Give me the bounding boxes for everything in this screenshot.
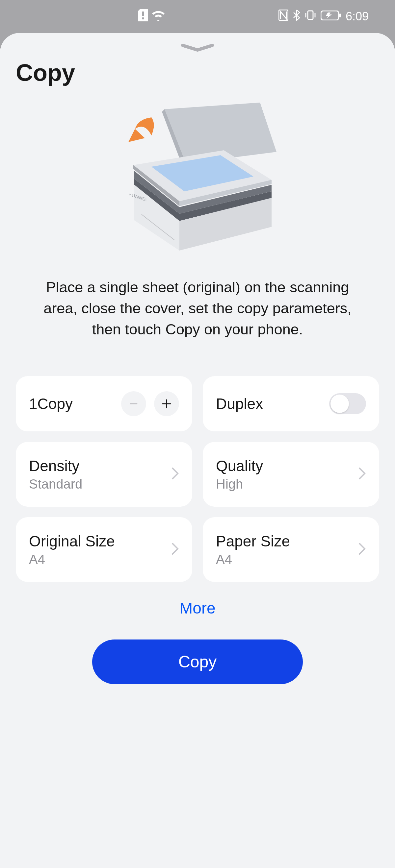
copies-stepper xyxy=(121,391,179,416)
bottom-sheet: Copy HUAWEI Place a single xyxy=(0,33,395,868)
original-size-value: A4 xyxy=(29,552,115,567)
toggle-knob xyxy=(331,395,349,413)
status-bar: 6:09 xyxy=(0,0,395,33)
svg-rect-1 xyxy=(142,18,144,20)
chevron-right-icon xyxy=(358,542,366,557)
nao-icon xyxy=(279,9,288,23)
original-size-label: Original Size xyxy=(29,532,115,550)
settings-grid: 1Copy Duplex Density Standard xyxy=(16,376,379,582)
paper-size-label: Paper Size xyxy=(216,532,290,550)
chevron-right-icon xyxy=(171,542,179,557)
page-title: Copy xyxy=(16,59,379,86)
status-left-icons xyxy=(138,9,165,24)
status-right-icons: 6:09 xyxy=(279,9,369,24)
copies-card: 1Copy xyxy=(16,376,192,431)
sim-alert-icon xyxy=(138,9,148,24)
quality-card[interactable]: Quality High xyxy=(203,442,379,507)
density-label: Density xyxy=(29,457,82,475)
bluetooth-icon xyxy=(293,9,300,24)
duplex-card: Duplex xyxy=(203,376,379,431)
status-time: 6:09 xyxy=(346,9,369,23)
paper-size-value: A4 xyxy=(216,552,290,567)
svg-rect-7 xyxy=(339,13,341,18)
copies-label: 1Copy xyxy=(29,395,73,413)
svg-rect-3 xyxy=(308,11,313,20)
paper-size-card[interactable]: Paper Size A4 xyxy=(203,517,379,582)
chevron-right-icon xyxy=(358,467,366,482)
vibrate-icon xyxy=(305,9,316,23)
chevron-right-icon xyxy=(171,467,179,482)
svg-rect-0 xyxy=(142,11,144,16)
battery-icon xyxy=(320,10,341,23)
quality-value: High xyxy=(216,477,263,492)
original-size-card[interactable]: Original Size A4 xyxy=(16,517,192,582)
drag-handle[interactable] xyxy=(16,43,379,53)
increment-button[interactable] xyxy=(154,391,179,416)
duplex-label: Duplex xyxy=(216,395,263,413)
more-link[interactable]: More xyxy=(16,599,379,617)
decrement-button[interactable] xyxy=(121,391,146,416)
quality-label: Quality xyxy=(216,457,263,475)
density-card[interactable]: Density Standard xyxy=(16,442,192,507)
instruction-text: Place a single sheet (original) on the s… xyxy=(16,277,379,340)
copy-button[interactable]: Copy xyxy=(92,640,303,684)
duplex-toggle[interactable] xyxy=(329,393,366,414)
wifi-icon xyxy=(151,9,165,23)
density-value: Standard xyxy=(29,477,82,492)
printer-illustration: HUAWEI xyxy=(16,99,379,254)
